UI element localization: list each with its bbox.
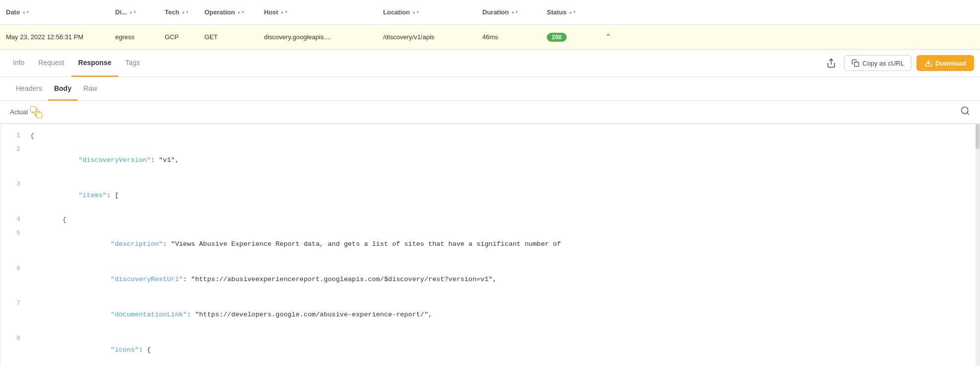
code-panel: 1 { 2 "discoveryVersion": "v1", 3 "items…	[0, 124, 980, 366]
search-button[interactable]	[960, 106, 970, 118]
copy-actual-button[interactable]	[32, 108, 41, 117]
actual-bar: Actual	[0, 101, 980, 124]
code-line-6: 6 "discoveryRestUrl": "https://abusiveex…	[0, 262, 980, 297]
share-button[interactable]	[823, 55, 839, 71]
tab-tags[interactable]: Tags	[118, 50, 147, 77]
cell-tech: GCP	[165, 33, 204, 41]
tabs-row: Info Request Response Tags Copy as cURL	[0, 50, 980, 77]
chevron-up-icon: ⌃	[605, 32, 611, 42]
sort-icon-location: ▲▼	[412, 10, 420, 14]
sub-tab-headers[interactable]: Headers	[10, 77, 48, 101]
code-area[interactable]: 1 { 2 "discoveryVersion": "v1", 3 "items…	[0, 124, 980, 366]
col-header-tech[interactable]: Tech ▲▼	[165, 8, 204, 16]
col-header-operation[interactable]: Operation ▲▼	[204, 8, 264, 16]
code-line-4: 4 {	[0, 213, 980, 227]
cell-date: May 23, 2022 12:56:31 PM	[6, 33, 115, 41]
sub-tabs-row: Headers Body Raw	[0, 77, 980, 101]
col-header-di[interactable]: Di... ▲▼	[115, 8, 165, 16]
search-icon	[960, 106, 970, 116]
cell-di: egress	[115, 33, 165, 41]
code-line-5: 5 "description": "Views Abusive Experien…	[0, 227, 980, 262]
sub-tab-body[interactable]: Body	[48, 77, 77, 101]
cell-location: /discovery/v1/apis	[383, 33, 482, 41]
sort-icon-tech: ▲▼	[181, 10, 189, 14]
cell-host: discovery.googleapis....	[264, 33, 383, 41]
row-collapse-toggle[interactable]: ⌃	[596, 32, 611, 42]
tab-info[interactable]: Info	[6, 50, 31, 77]
code-line-8: 8 "icons": {	[0, 332, 980, 366]
sort-icon-host: ▲▼	[280, 10, 288, 14]
code-line-2: 2 "discoveryVersion": "v1",	[0, 143, 980, 178]
copy-small-icon	[32, 108, 41, 117]
copy-curl-button[interactable]: Copy as cURL	[844, 55, 912, 71]
sort-icon-operation: ▲▼	[237, 10, 245, 14]
col-header-status[interactable]: Status ▲▼	[547, 8, 596, 16]
tab-response[interactable]: Response	[71, 50, 119, 77]
cell-duration: 46ms	[482, 33, 547, 41]
table-header: Date ▲▼ Di... ▲▼ Tech ▲▼ Operation ▲▼ Ho…	[0, 0, 980, 25]
col-header-location[interactable]: Location ▲▼	[383, 8, 482, 16]
col-header-duration[interactable]: Duration ▲▼	[482, 8, 547, 16]
status-badge: 200	[547, 33, 567, 42]
code-line-1: 1 {	[0, 129, 980, 143]
sub-tab-raw[interactable]: Raw	[77, 77, 103, 101]
cell-operation: GET	[204, 33, 264, 41]
svg-rect-1	[854, 62, 859, 67]
table-row[interactable]: May 23, 2022 12:56:31 PM egress GCP GET …	[0, 25, 980, 50]
tab-actions: Copy as cURL Download	[823, 55, 974, 71]
download-button[interactable]: Download	[916, 55, 974, 71]
col-header-date[interactable]: Date ▲▼	[6, 8, 115, 16]
sort-icon-duration: ▲▼	[511, 10, 519, 14]
code-line-3: 3 "items": [	[0, 178, 980, 213]
cell-status: 200	[547, 33, 596, 41]
col-header-host[interactable]: Host ▲▼	[264, 8, 383, 16]
sort-icon-status: ▲▼	[569, 10, 577, 14]
scrollbar-thumb[interactable]	[976, 124, 980, 149]
tab-request[interactable]: Request	[31, 50, 71, 77]
svg-line-5	[967, 113, 969, 115]
download-icon	[924, 59, 932, 67]
scrollbar-track[interactable]	[976, 124, 980, 366]
copy-icon	[851, 59, 859, 67]
share-icon	[826, 58, 836, 68]
sort-icon-date: ▲▼	[22, 10, 30, 14]
svg-rect-3	[35, 111, 40, 116]
code-line-7: 7 "documentationLink": "https://develope…	[0, 297, 980, 332]
actual-label: Actual	[10, 108, 28, 116]
sort-icon-di: ▲▼	[129, 10, 137, 14]
